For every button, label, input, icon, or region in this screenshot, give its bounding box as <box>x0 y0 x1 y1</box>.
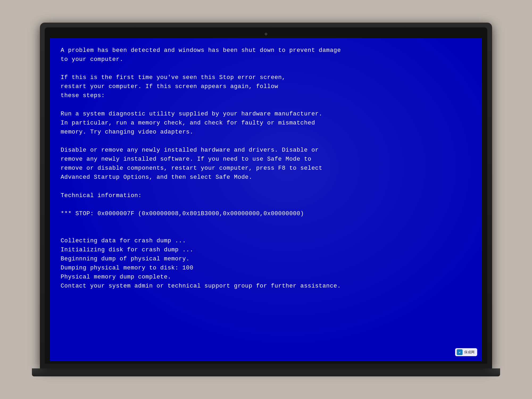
laptop-bezel: A problem has been detected and windows … <box>45 27 487 364</box>
bsod-content: A problem has been detected and windows … <box>50 38 352 299</box>
watermark-icon <box>457 349 463 355</box>
watermark-label: 保成网 <box>464 350 475 355</box>
page-container: A problem has been detected and windows … <box>0 0 532 399</box>
laptop-frame: A problem has been detected and windows … <box>40 23 492 368</box>
bsod-screen: A problem has been detected and windows … <box>50 38 482 361</box>
watermark: 保成网 <box>455 348 477 356</box>
laptop-bottom-bar <box>32 368 500 376</box>
webcam <box>265 33 267 35</box>
